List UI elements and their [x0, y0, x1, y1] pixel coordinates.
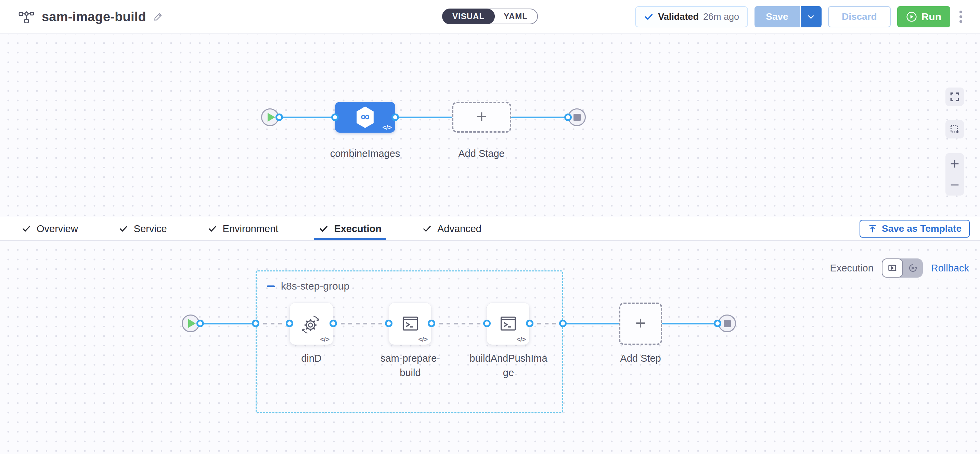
step-edge-line — [563, 323, 619, 324]
execution-rollback-switch[interactable] — [882, 259, 923, 278]
stage-node-combineimages[interactable]: ∞ </> — [335, 102, 395, 133]
run-script-icon — [498, 314, 519, 334]
check-icon — [118, 224, 129, 234]
tab-execution[interactable]: Execution — [318, 217, 382, 240]
tab-label: Advanced — [437, 223, 482, 235]
discard-button[interactable]: Discard — [828, 6, 891, 27]
execution-steps-icon — [887, 263, 897, 273]
toggle-yaml[interactable]: YAML — [493, 8, 538, 24]
connector-dot — [483, 320, 491, 327]
tab-environment[interactable]: Environment — [207, 217, 278, 240]
connector-dot — [559, 320, 566, 327]
save-as-template-label: Save as Template — [882, 223, 961, 234]
tab-advanced[interactable]: Advanced — [422, 217, 482, 240]
connector-dot — [391, 113, 399, 121]
edit-pencil-icon[interactable] — [153, 12, 163, 22]
plus-icon: + — [476, 108, 487, 125]
execution-mode-segment[interactable] — [882, 259, 903, 278]
header-actions: Validated 26m ago Save Discard Run — [635, 6, 965, 27]
multi-select-button[interactable] — [945, 120, 964, 138]
run-play-icon — [906, 11, 917, 22]
upload-icon — [868, 224, 877, 233]
connector-dot — [714, 320, 721, 327]
tab-label: Overview — [37, 223, 78, 235]
step-edge-dashed-line — [431, 323, 487, 324]
check-icon — [21, 224, 32, 234]
save-button[interactable]: Save — [754, 6, 800, 27]
zoom-out-icon[interactable] — [949, 179, 961, 191]
tab-label: Service — [134, 223, 167, 235]
save-split-button: Save — [754, 6, 822, 27]
code-badge: </> — [320, 336, 329, 343]
validated-badge[interactable]: Validated 26m ago — [635, 6, 748, 27]
run-button[interactable]: Run — [897, 6, 950, 27]
step-edge-line — [200, 323, 256, 324]
visual-yaml-toggle: VISUAL YAML — [442, 8, 538, 24]
step-edge-dashed-line — [333, 323, 389, 324]
step-label: dinD — [272, 351, 351, 365]
save-as-template-button[interactable]: Save as Template — [859, 220, 970, 238]
step-edge-dashed-line — [256, 323, 290, 324]
save-dropdown-button[interactable] — [800, 6, 822, 27]
connector-dot — [564, 113, 572, 121]
stage-edge-line — [279, 117, 335, 118]
check-icon — [318, 224, 329, 234]
pipeline-studio: sam-image-build VISUAL YAML Validated 26… — [0, 0, 980, 454]
plus-icon: + — [635, 314, 646, 332]
connector-dot — [329, 320, 337, 327]
code-badge: </> — [418, 336, 428, 343]
validated-time: 26m ago — [703, 12, 739, 22]
fullscreen-icon — [949, 91, 960, 102]
step-node-sam-prepare-build[interactable]: </> — [389, 303, 431, 345]
execution-rollback-toggle-row: Execution Rollback — [828, 257, 971, 279]
tab-overview[interactable]: Overview — [21, 217, 78, 240]
validated-label: Validated — [658, 12, 699, 22]
tabs: Overview Service Environment Execution A… — [21, 217, 482, 240]
docker-dind-icon — [301, 313, 322, 334]
tab-label: Execution — [334, 223, 382, 235]
connector-dot — [286, 320, 293, 327]
zoom-in-icon[interactable] — [949, 158, 961, 170]
pipeline-title: sam-image-build — [42, 10, 146, 24]
step-group-name: k8s-step-group — [281, 280, 349, 292]
header: sam-image-build VISUAL YAML Validated 26… — [0, 0, 980, 33]
tab-service[interactable]: Service — [118, 217, 167, 240]
start-play-icon — [267, 113, 275, 122]
stage-custom-icon: ∞ — [354, 106, 376, 129]
stop-square-icon — [573, 114, 581, 121]
connector-dot — [385, 320, 393, 327]
stage-edge-line — [395, 117, 452, 118]
chevron-down-icon — [807, 12, 815, 21]
check-icon — [644, 12, 654, 22]
add-step-node[interactable]: + — [619, 303, 662, 345]
step-node-buildandpushimage[interactable]: </> — [487, 303, 530, 345]
execution-mode-label: Execution — [830, 263, 873, 274]
zoom-controls — [945, 153, 964, 195]
execution-canvas[interactable]: Execution Rollback — [0, 241, 980, 454]
step-label: buildAndPushImage — [469, 351, 548, 380]
fullscreen-button[interactable] — [945, 87, 964, 106]
start-play-icon — [188, 319, 196, 328]
stage-canvas[interactable]: ∞ </> + combineImages Add Stage — [0, 34, 980, 217]
rollback-link[interactable]: Rollback — [931, 263, 969, 274]
add-step-label: Add Step — [601, 351, 680, 365]
step-node-dind[interactable]: </> — [290, 303, 333, 345]
check-icon — [422, 224, 432, 234]
run-script-icon — [400, 314, 421, 334]
connector-dot — [428, 320, 435, 327]
code-badge: </> — [383, 124, 392, 131]
toggle-visual[interactable]: VISUAL — [442, 8, 495, 24]
stop-square-icon — [724, 320, 731, 327]
infinity-glyph: ∞ — [361, 110, 369, 124]
check-icon — [207, 224, 218, 234]
rollback-icon — [908, 263, 918, 273]
collapse-step-group-icon[interactable] — [267, 286, 275, 287]
connector-dot — [275, 113, 283, 121]
stage-label: combineImages — [314, 146, 417, 161]
marquee-select-icon — [949, 124, 960, 135]
add-stage-node[interactable]: + — [452, 102, 511, 133]
tab-label: Environment — [223, 223, 278, 235]
more-options-kebab-icon[interactable] — [957, 8, 965, 25]
stage-edge-line — [511, 117, 568, 118]
rollback-mode-segment[interactable] — [903, 259, 923, 278]
